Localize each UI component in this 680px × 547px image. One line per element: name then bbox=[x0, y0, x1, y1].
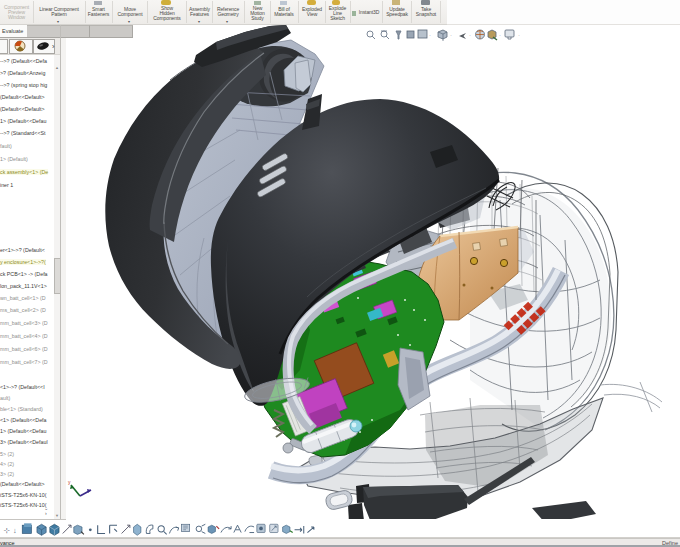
svg-text:↓: ↓ bbox=[13, 526, 17, 535]
svg-text:⊹: ⊹ bbox=[4, 526, 10, 535]
svg-text:y: y bbox=[68, 479, 71, 485]
